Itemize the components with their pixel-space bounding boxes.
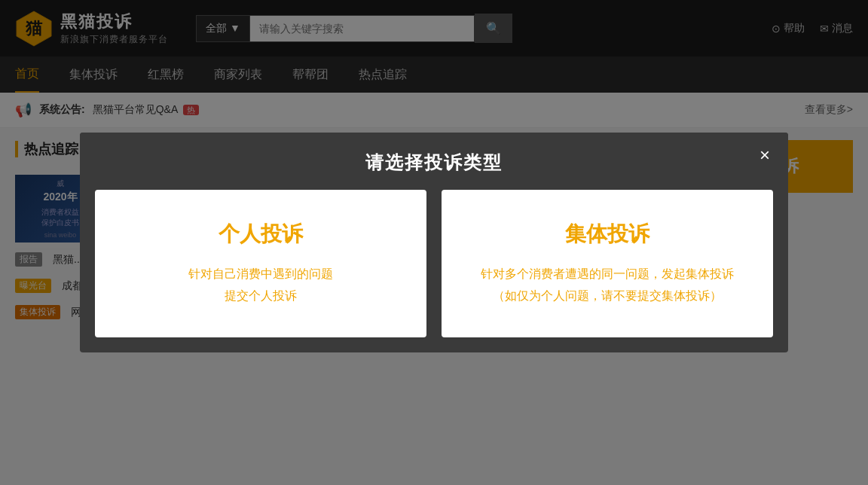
modal-close-button[interactable]: × [760,146,770,164]
complaint-type-modal: 请选择投诉类型 × 个人投诉 针对自己消费中遇到的问题 提交个人投诉 集体投诉 … [80,133,788,352]
collective-complaint-title: 集体投诉 [464,220,750,249]
personal-desc-line1: 针对自己消费中遇到的问题 [118,264,404,285]
modal-body: 个人投诉 针对自己消费中遇到的问题 提交个人投诉 集体投诉 针对多个消费者遭遇的… [80,190,788,352]
personal-complaint-card[interactable]: 个人投诉 针对自己消费中遇到的问题 提交个人投诉 [95,190,426,337]
collective-desc-line1: 针对多个消费者遭遇的同一问题，发起集体投诉 [464,264,750,285]
modal-header: 请选择投诉类型 [80,133,788,190]
collective-desc-line2: （如仅为个人问题，请不要提交集体投诉） [464,285,750,307]
modal-title: 请选择投诉类型 [365,152,503,172]
personal-complaint-desc: 针对自己消费中遇到的问题 提交个人投诉 [118,264,404,307]
collective-complaint-card[interactable]: 集体投诉 针对多个消费者遭遇的同一问题，发起集体投诉 （如仅为个人问题，请不要提… [442,190,773,337]
personal-desc-line2: 提交个人投诉 [118,285,404,307]
collective-complaint-desc: 针对多个消费者遭遇的同一问题，发起集体投诉 （如仅为个人问题，请不要提交集体投诉… [464,264,750,307]
modal-overlay[interactable]: 请选择投诉类型 × 个人投诉 针对自己消费中遇到的问题 提交个人投诉 集体投诉 … [0,0,868,485]
personal-complaint-title: 个人投诉 [118,220,404,249]
